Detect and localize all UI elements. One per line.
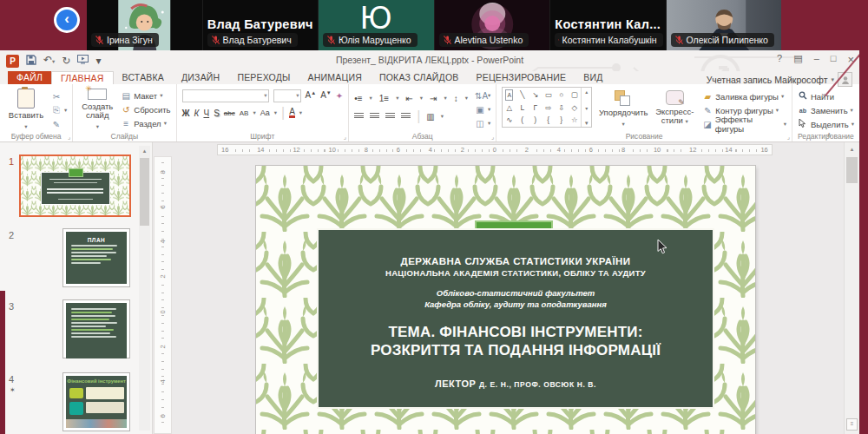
- slide-1-editing-surface[interactable]: ДЕРЖАВНА СЛУЖБА СТАТИСТИКИ УКРАЇНИ НАЦІО…: [256, 166, 755, 434]
- shape-option[interactable]: ○: [555, 89, 568, 102]
- participant-tile[interactable]: Олексій Пилипенко: [666, 0, 782, 50]
- customize-qat-button[interactable]: ▾: [95, 55, 101, 67]
- canvas-scrollbar[interactable]: ▴ ≡: [844, 142, 859, 434]
- participant-tile[interactable]: Костянтин Кал... Костянтин Калабушкін: [549, 0, 666, 50]
- shape-option[interactable]: (: [516, 114, 529, 126]
- font-size-select[interactable]: ▾: [273, 89, 301, 102]
- align-text-button[interactable]: ▣▾: [475, 103, 490, 115]
- quick-styles-button[interactable]: Экспресс- стили ▾: [654, 87, 694, 131]
- undo-button[interactable]: ↶▾: [43, 54, 55, 68]
- minimize-button[interactable]: –: [814, 53, 819, 66]
- strikethrough-button[interactable]: abc: [224, 109, 235, 117]
- thumbnails-scrollbar[interactable]: ▴: [139, 146, 150, 431]
- align-right-button[interactable]: [385, 113, 395, 120]
- bold-button[interactable]: Ж: [182, 108, 190, 118]
- collapse-ribbon-button[interactable]: ∧: [826, 131, 832, 139]
- font-dialog-launcher[interactable]: ⌟: [344, 134, 346, 141]
- redo-button[interactable]: ↻: [62, 55, 70, 67]
- restore-button[interactable]: □: [831, 53, 837, 66]
- find-button[interactable]: Найти: [798, 90, 854, 102]
- text-shadow-button[interactable]: S: [214, 108, 220, 118]
- tab-главная[interactable]: ГЛАВНАЯ: [51, 71, 114, 84]
- participant-tile[interactable]: Ю Юлія Марущенко: [318, 0, 434, 50]
- tab-дизайн[interactable]: ДИЗАЙН: [173, 71, 228, 84]
- drawing-dialog-launcher[interactable]: ⌟: [787, 134, 790, 141]
- grow-font-button[interactable]: А▲: [306, 90, 317, 100]
- align-center-button[interactable]: [370, 113, 379, 120]
- clear-formatting-button[interactable]: ✦: [336, 91, 343, 101]
- shape-option[interactable]: ▭: [542, 89, 555, 102]
- shape-effects-button[interactable]: ◪Эффекты фигуры▾: [702, 118, 786, 130]
- shape-option[interactable]: ▢: [568, 89, 581, 102]
- shape-option[interactable]: Γ: [529, 102, 542, 114]
- reset-button[interactable]: ↺Сбросить: [121, 103, 170, 115]
- tab-показ слайдов[interactable]: ПОКАЗ СЛАЙДОВ: [371, 71, 468, 84]
- clipboard-dialog-launcher[interactable]: ⌟: [68, 134, 70, 141]
- decrease-indent-button[interactable]: ⇤: [405, 94, 412, 103]
- align-left-button[interactable]: [354, 113, 364, 120]
- cut-button[interactable]: ✂: [51, 90, 67, 102]
- slide-canvas[interactable]: ДЕРЖАВНА СЛУЖБА СТАТИСТИКИ УКРАЇНИ НАЦІО…: [171, 156, 845, 434]
- shape-fill-button[interactable]: ▰Заливка фигуры▾: [702, 90, 786, 102]
- underline-button[interactable]: Ч: [203, 108, 209, 118]
- tab-файл[interactable]: ФАЙЛ: [8, 71, 51, 84]
- increase-indent-button[interactable]: ⇥: [430, 94, 437, 103]
- slide-thumbnail-3[interactable]: [62, 299, 130, 358]
- shape-option[interactable]: L: [516, 102, 529, 114]
- paragraph-dialog-launcher[interactable]: ⌟: [491, 134, 494, 141]
- shape-option[interactable]: ⇨: [542, 102, 555, 114]
- slide-text-box[interactable]: ДЕРЖАВНА СЛУЖБА СТАТИСТИКИ УКРАЇНИ НАЦІО…: [317, 228, 714, 409]
- line-spacing-button[interactable]: ↕: [454, 94, 458, 103]
- save-button[interactable]: [26, 55, 36, 68]
- shape-option[interactable]: ↘: [529, 89, 542, 102]
- slide-thumbnail-1[interactable]: [19, 155, 131, 217]
- text-direction-button[interactable]: ⇅А▾: [475, 89, 490, 102]
- shape-option[interactable]: △: [503, 102, 516, 114]
- italic-button[interactable]: К: [194, 108, 200, 118]
- tab-рецензирование[interactable]: РЕЦЕНЗИРОВАНИЕ: [468, 71, 575, 84]
- shape-option[interactable]: A: [505, 89, 513, 101]
- ribbon-options-button[interactable]: ▤: [793, 53, 802, 66]
- justify-button[interactable]: [401, 113, 411, 120]
- tab-вид[interactable]: ВИД: [575, 71, 611, 84]
- numbering-button[interactable]: 1≡: [379, 94, 389, 103]
- change-case-button[interactable]: Аа: [260, 108, 270, 117]
- shape-option[interactable]: }: [555, 114, 568, 126]
- account-area[interactable]: Учетная запись Майкрософт ▾: [707, 72, 852, 87]
- format-painter-button[interactable]: ✎: [51, 118, 67, 130]
- font-name-select[interactable]: ▾: [182, 89, 269, 102]
- character-spacing-button[interactable]: АВ: [240, 109, 249, 117]
- paste-button[interactable]: Вставить▾: [5, 87, 47, 131]
- collapse-videos-button[interactable]: ‹: [54, 7, 80, 33]
- shape-option[interactable]: ∿: [503, 114, 516, 126]
- replace-button[interactable]: ab Заменить▾: [798, 104, 854, 116]
- help-button[interactable]: ?: [777, 53, 782, 66]
- shape-option[interactable]: {: [542, 114, 555, 126]
- tab-переходы[interactable]: ПЕРЕХОДЫ: [228, 71, 299, 84]
- shape-option[interactable]: ◇: [568, 102, 581, 114]
- slide-thumbnail-2[interactable]: ПЛАН: [62, 228, 130, 287]
- convert-smartart-button[interactable]: ◫▾: [475, 117, 490, 129]
- shape-option[interactable]: ☆: [568, 114, 581, 126]
- start-slideshow-button[interactable]: [77, 55, 89, 67]
- tab-вставка[interactable]: ВСТАВКА: [114, 71, 173, 84]
- slide-thumbnail-4[interactable]: Фінансовий інструмент: [62, 372, 130, 431]
- shape-option[interactable]: ): [529, 114, 542, 126]
- columns-button[interactable]: ▥: [426, 112, 434, 122]
- new-slide-button[interactable]: Создать слайд▾: [78, 87, 116, 131]
- section-button[interactable]: ≡Раздел▾: [121, 117, 170, 129]
- close-button[interactable]: ×: [847, 53, 854, 66]
- shape-option[interactable]: ╲: [516, 89, 529, 102]
- bullets-button[interactable]: •≡: [354, 94, 362, 103]
- copy-button[interactable]: ⎘▾: [51, 104, 67, 116]
- participant-tile[interactable]: Влад Батуревич Влад Батуревич: [202, 0, 319, 50]
- shapes-gallery-scroll[interactable]: ▴▾▼: [581, 88, 591, 127]
- font-color-button[interactable]: А: [289, 108, 295, 118]
- select-button[interactable]: Выделить▾: [798, 118, 854, 130]
- arrange-button[interactable]: Упорядочить▾: [600, 87, 647, 131]
- account-avatar[interactable]: [838, 72, 852, 87]
- layout-button[interactable]: ▤Макет▾: [121, 89, 170, 102]
- participant-tile[interactable]: Ірина Зігун: [87, 0, 202, 50]
- shape-option[interactable]: ⇩: [555, 102, 568, 114]
- participant-tile[interactable]: Alevtina Ustenko: [434, 0, 550, 50]
